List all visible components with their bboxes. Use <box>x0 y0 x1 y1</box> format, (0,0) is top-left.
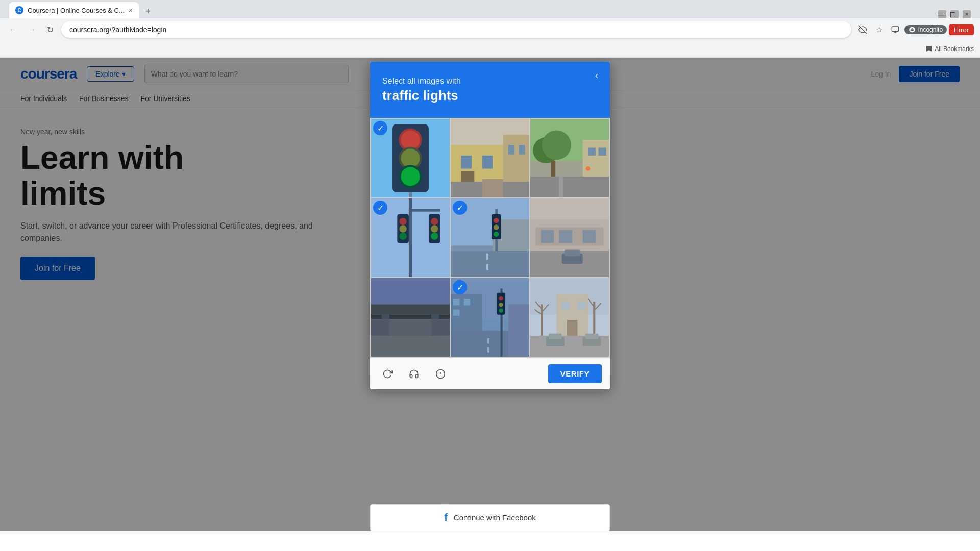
svg-rect-42 <box>429 214 440 243</box>
svg-rect-89 <box>487 347 489 353</box>
svg-rect-71 <box>371 336 450 357</box>
svg-rect-72 <box>371 278 450 304</box>
svg-rect-27 <box>551 161 555 177</box>
close-window-button[interactable]: × <box>963 10 971 18</box>
captcha-close-button[interactable]: ‹ <box>590 68 604 82</box>
bookmarks-label[interactable]: All Bookmarks <box>925 45 974 53</box>
svg-point-7 <box>401 131 420 149</box>
svg-rect-83 <box>497 293 505 315</box>
tab-favicon: C <box>15 6 23 14</box>
svg-point-6 <box>399 128 422 151</box>
svg-rect-102 <box>567 320 578 336</box>
svg-rect-37 <box>409 209 440 212</box>
back-button[interactable]: ← <box>6 22 20 37</box>
address-bar-row: ← → ↻ ☆ <box>0 18 980 41</box>
address-input[interactable] <box>61 21 851 38</box>
svg-rect-49 <box>495 209 498 277</box>
incognito-badge: Incognito <box>904 25 947 34</box>
captcha-check-4: ✓ <box>373 201 387 215</box>
captcha-cell-4[interactable]: ✓ <box>371 198 450 277</box>
svg-point-86 <box>499 309 503 313</box>
minimize-button[interactable]: — <box>938 10 946 18</box>
svg-point-43 <box>431 218 438 225</box>
svg-rect-28 <box>583 140 609 182</box>
captcha-cell-8[interactable]: ✓ <box>451 278 529 357</box>
captcha-modal: ‹ Select all images with traffic lights … <box>370 62 610 389</box>
svg-rect-82 <box>501 289 503 357</box>
captcha-cell-7[interactable]: ✓ <box>371 278 450 357</box>
captcha-footer: VERIFY <box>370 358 610 389</box>
captcha-cell-9[interactable]: ✓ <box>530 278 609 357</box>
svg-rect-78 <box>453 299 459 305</box>
captcha-check-1: ✓ <box>373 121 387 135</box>
svg-point-9 <box>401 149 420 168</box>
page-content: coursera Explore ▾ Log In Join for Free … <box>0 58 980 531</box>
info-button[interactable] <box>431 365 450 383</box>
svg-point-45 <box>431 233 438 240</box>
captcha-cell-1[interactable]: ✓ <box>371 119 450 197</box>
eyeoff-icon <box>855 22 870 37</box>
captcha-header: ‹ Select all images with traffic lights <box>370 62 610 118</box>
tab-title: Coursera | Online Courses & C... <box>28 7 125 14</box>
facebook-login-button[interactable]: f Continue with Facebook <box>370 504 610 531</box>
svg-point-84 <box>499 296 503 300</box>
facebook-row: f Continue with Facebook <box>370 504 610 531</box>
svg-rect-47 <box>451 245 529 277</box>
device-icon[interactable] <box>888 22 902 37</box>
captcha-subtitle: Select all images with <box>382 77 598 86</box>
star-icon[interactable]: ☆ <box>872 22 886 37</box>
captcha-check-5: ✓ <box>453 201 467 215</box>
svg-point-44 <box>431 225 438 232</box>
svg-rect-56 <box>486 264 488 270</box>
svg-rect-74 <box>389 319 431 336</box>
svg-point-33 <box>586 166 590 170</box>
captcha-cell-6[interactable]: ✓ <box>530 198 609 277</box>
captcha-cell-3[interactable]: ✓ <box>530 119 609 197</box>
svg-rect-79 <box>464 299 470 305</box>
bookmarks-bar: All Bookmarks <box>0 41 980 57</box>
svg-rect-36 <box>409 198 412 277</box>
new-tab-button[interactable]: + <box>141 4 155 18</box>
svg-rect-29 <box>588 147 596 155</box>
svg-point-8 <box>399 146 422 169</box>
audio-button[interactable] <box>405 365 423 383</box>
svg-rect-12 <box>409 192 412 197</box>
svg-point-26 <box>542 131 571 160</box>
facebook-icon: f <box>444 512 448 523</box>
svg-rect-5 <box>392 124 429 192</box>
svg-rect-38 <box>397 214 409 243</box>
svg-rect-62 <box>583 230 596 243</box>
bookmarks-text: All Bookmarks <box>935 45 974 53</box>
captcha-grid: ✓ ✓ <box>370 118 610 358</box>
svg-rect-22 <box>482 179 503 197</box>
svg-rect-80 <box>453 310 459 316</box>
captcha-title: traffic lights <box>382 88 598 104</box>
svg-point-53 <box>494 232 499 237</box>
error-badge[interactable]: Error <box>949 24 974 35</box>
svg-point-52 <box>494 224 499 230</box>
svg-rect-15 <box>461 156 472 169</box>
svg-point-51 <box>494 218 499 223</box>
captcha-check-8: ✓ <box>453 280 467 294</box>
svg-rect-54 <box>451 251 529 277</box>
footer-icons <box>378 365 450 383</box>
active-tab[interactable]: C Coursera | Online Courses & C... × <box>9 2 139 18</box>
svg-rect-101 <box>577 302 585 309</box>
svg-rect-1 <box>892 27 899 31</box>
svg-rect-16 <box>482 156 493 169</box>
forward-button[interactable]: → <box>24 22 39 37</box>
verify-button[interactable]: VERIFY <box>548 364 602 383</box>
captcha-cell-5[interactable]: ✓ <box>451 198 529 277</box>
captcha-cell-2[interactable]: ✓ <box>451 119 529 197</box>
svg-rect-67 <box>371 304 450 315</box>
svg-rect-32 <box>559 177 563 197</box>
refresh-button[interactable] <box>378 365 397 383</box>
facebook-label: Continue with Facebook <box>454 513 536 522</box>
tab-close-button[interactable]: × <box>129 6 133 14</box>
svg-rect-60 <box>541 230 554 243</box>
svg-point-39 <box>399 218 406 225</box>
svg-rect-61 <box>559 230 572 243</box>
svg-rect-87 <box>508 304 529 357</box>
reload-button[interactable]: ↻ <box>43 22 57 37</box>
maximize-button[interactable]: □ <box>950 10 959 18</box>
